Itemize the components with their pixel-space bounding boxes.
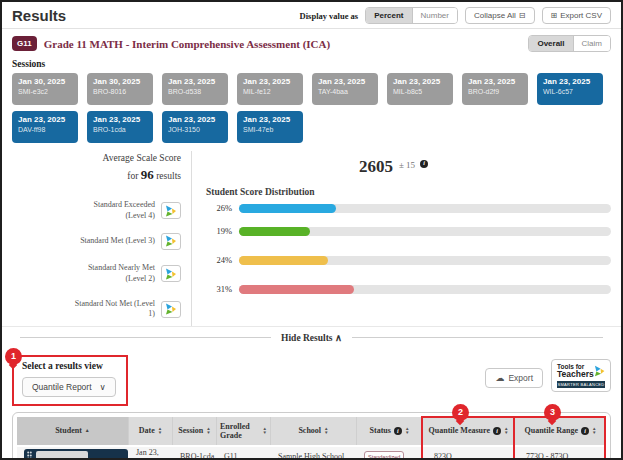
sort-icon: ▲▼ [263,427,267,434]
level-3-label: Standard Met (Level 3) [80,236,155,246]
results-view-heading: Select a results view [22,361,116,371]
session-tile-selected[interactable]: Jan 23, 2025JOH-3150 [162,111,228,143]
bar-track [239,204,611,213]
collapse-all-button[interactable]: Collapse All ⊟ [465,7,535,24]
achievement-levels-panel: Average Scale Score for 96 results Stand… [12,151,192,326]
number-button[interactable]: Number [412,8,457,23]
session-tiles: Jan 30, 2025SMI-e3c2 Jan 30, 2025BRO-801… [12,73,611,143]
session-tile-selected[interactable]: Jan 23, 2025DAV-ff98 [12,111,78,143]
results-page: Results Display value as Percent Number … [0,0,623,460]
bar-fill-level4 [239,204,336,213]
info-icon[interactable]: i [493,427,501,435]
student-name-redacted[interactable] [24,449,128,460]
sort-icon: ▲▼ [324,427,328,434]
hide-results-toggle[interactable]: Hide Results ∧ [2,327,621,347]
session-tile[interactable]: Jan 30, 2025BRO-8016 [87,73,153,105]
session-tile[interactable]: Jan 30, 2025SMI-e3c2 [12,73,78,105]
distribution-bar-level1: 31% [206,284,611,294]
column-header-session[interactable]: Session▲▼ [173,417,217,445]
overall-claim-toggle: Overall Claim [528,35,611,52]
sort-icon: ▲▼ [206,427,210,434]
session-tile-selected[interactable]: Jan 23, 2025BRO-1cda [87,111,153,143]
bar-value-label: 19% [206,226,232,236]
level-2-row: Standard Nearly Met(Level 2) [12,257,181,291]
bar-track [239,227,611,236]
score-error-margin: ± 15 [399,160,415,170]
sort-icon: ▲▼ [504,427,508,434]
cell-quantile-range: 773Q - 873Q [518,452,606,460]
level-2-label: Standard Nearly Met(Level 2) [88,263,155,284]
bar-value-label: 24% [206,255,232,265]
export-csv-button[interactable]: ⊞ Export CSV [542,7,612,24]
column-header-quantile-range[interactable]: Quantile Rangei▲▼ [515,417,606,445]
column-header-student[interactable]: Student▲ [17,417,129,445]
bar-fill-level2 [239,256,328,265]
level-1-label: Standard Not Met (Level1) [75,299,155,320]
level-4-label: Standard Exceeded(Level 4) [93,200,155,221]
percent-button[interactable]: Percent [366,8,411,23]
table-row: Jan 23, 2025 BRO-1cda G11 Sample High Sc… [17,445,606,460]
smarter-balanced-label: SMARTER BALANCED [557,381,605,388]
table-toolbar: ☁ Export Tools for Teachers SMARTER BALA… [485,359,611,392]
average-score-line: 2605 ± 15 i [206,157,581,177]
sort-icon: ▲▼ [405,427,409,434]
sort-icon: ▲▼ [158,427,162,434]
tools-for-teachers-button[interactable] [161,301,181,318]
table-header: Student▲ Date▲▼ Session▲▼ Enrolled Grade… [17,417,606,445]
tools-for-teachers-icon [165,303,177,315]
session-tile[interactable]: Jan 23, 2025TAY-4baa [312,73,378,105]
info-icon[interactable]: i [394,427,402,435]
session-tile[interactable]: Jan 23, 2025MIL-fe12 [237,73,303,105]
bar-fill-level1 [239,285,354,294]
session-tile[interactable]: Jan 23, 2025BRO-d2f9 [462,73,528,105]
export-button[interactable]: ☁ Export [485,368,543,388]
column-header-quantile-measure[interactable]: Quantile Measurei▲▼ [423,417,515,445]
score-distribution-panel: 2605 ± 15 i Student Score Distribution 2… [192,151,611,326]
session-tile-selected[interactable]: Jan 23, 2025WIL-6c57 [537,73,603,105]
display-value-toggle: Percent Number [365,7,458,24]
average-scale-score-label: Average Scale Score [12,151,181,165]
tools-for-teachers-button[interactable] [161,265,181,282]
sort-ascending-icon: ▲ [85,428,90,433]
bar-track [239,256,611,265]
grade-badge: G11 [12,36,37,51]
annotation-badge-1: 1 [5,348,22,365]
distribution-bar-level2: 24% [206,255,611,265]
column-header-school[interactable]: School▲▼ [271,417,357,445]
column-header-enrolled-grade[interactable]: Enrolled Grade▲▼ [217,417,271,445]
tools-for-teachers-button[interactable] [161,233,181,250]
session-tile-selected[interactable]: Jan 23, 2025SMI-47eb [237,111,303,143]
cell-session: BRO-1cda [176,452,220,460]
status-badge: Standardized [364,451,404,460]
results-view-dropdown[interactable]: Quantile Report ∨ [22,377,116,397]
cell-school: Sample High School [274,452,360,460]
cell-quantile-measure: 823Q [426,452,518,460]
session-tile[interactable]: Jan 23, 2025MIL-b8c5 [387,73,453,105]
display-value-as-label: Display value as [300,11,359,21]
cell-date: Jan 23, 2025 [132,448,176,460]
claim-tab[interactable]: Claim [573,36,610,51]
tools-for-teachers-icon [165,268,177,280]
info-icon[interactable]: i [420,160,428,168]
quantile-report-table: 2 3 Student▲ Date▲▼ Session▲▼ Enrolled G… [12,412,611,460]
overall-tab[interactable]: Overall [529,36,572,51]
bar-fill-level3 [239,227,310,236]
session-tile[interactable]: Jan 23, 2025BRO-d538 [162,73,228,105]
cloud-download-icon: ☁ [495,373,504,383]
chevron-up-icon: ∧ [335,333,342,343]
average-scale-score-value: 2605 [359,157,393,176]
drag-handle-icon [27,451,32,460]
tools-for-teachers-icon [594,363,605,379]
column-header-status[interactable]: Statusi▲▼ [357,417,423,445]
distribution-bar-level3: 19% [206,226,611,236]
tools-for-teachers-icon [165,205,177,217]
bar-value-label: 31% [206,284,232,294]
annotation-box-1: 1 Select a results view Quantile Report … [12,355,128,406]
assessment-header: G11 Grade 11 MATH - Interim Comprehensiv… [2,29,621,57]
tools-for-teachers-logo[interactable]: Tools for Teachers SMARTER BALANCED [551,359,611,392]
info-icon[interactable]: i [581,427,589,435]
column-header-date[interactable]: Date▲▼ [129,417,173,445]
chevron-down-icon: ∨ [100,382,106,392]
tools-for-teachers-button[interactable] [161,202,181,219]
cell-grade: G11 [220,452,274,460]
